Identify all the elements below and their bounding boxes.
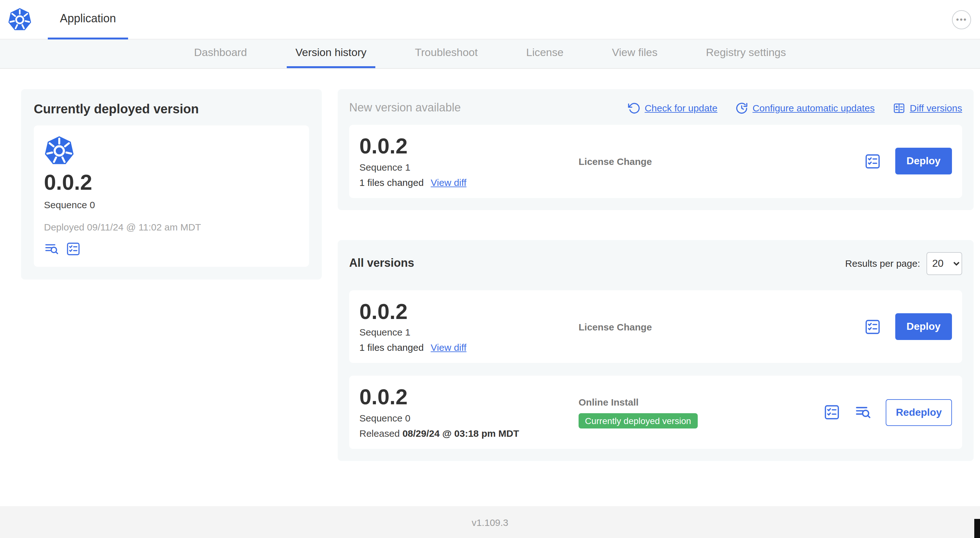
- version-rows: 0.0.2 Sequence 1 1 files changed View di…: [349, 290, 962, 449]
- release-files-changed: 1 files changed View diff: [360, 342, 579, 353]
- update-clock-icon: [735, 102, 748, 114]
- preflight-checklist-icon[interactable]: [823, 404, 840, 421]
- configure-automatic-updates-link[interactable]: Configure automatic updates: [735, 102, 875, 114]
- app-window: Application ●●● Dashboard Version histor…: [0, 0, 980, 538]
- view-logs-icon[interactable]: [854, 404, 872, 421]
- deploy-button[interactable]: Deploy: [895, 148, 952, 175]
- results-per-page-label: Results per page:: [845, 258, 920, 269]
- release-sequence: Sequence 0: [360, 413, 579, 424]
- release-actions: Deploy: [864, 148, 952, 175]
- tab-label: Version history: [295, 46, 366, 59]
- deployed-version-card: 0.0.2 Sequence 0 Deployed 09/11/24 @ 11:…: [34, 125, 309, 267]
- tab-label: Dashboard: [194, 46, 247, 59]
- tab-label: License: [526, 46, 563, 59]
- release-timestamp: Released 08/29/24 @ 03:18 pm MDT: [360, 428, 579, 439]
- deployed-timestamp: Deployed 09/11/24 @ 11:02 am MDT: [44, 221, 299, 232]
- ellipsis-menu-button[interactable]: ●●●: [952, 10, 971, 29]
- deployed-icon-row: [44, 241, 299, 256]
- update-actions: Check for update Configure automatic upd…: [627, 102, 962, 114]
- files-changed-text: 1 files changed: [360, 177, 424, 187]
- scrollbar-artifact: [974, 519, 980, 538]
- results-per-page-select[interactable]: 20: [926, 252, 962, 275]
- tab-label: View files: [612, 46, 657, 59]
- tab-registry-settings[interactable]: Registry settings: [697, 40, 795, 68]
- tab-dashboard[interactable]: Dashboard: [185, 40, 256, 68]
- link-label: Configure automatic updates: [752, 103, 875, 113]
- release-files-changed: 1 files changed View diff: [360, 177, 579, 187]
- view-diff-link[interactable]: View diff: [431, 342, 466, 353]
- all-versions-heading: All versions: [349, 257, 414, 270]
- deployed-version-number: 0.0.2: [44, 171, 299, 194]
- release-version-number: 0.0.2: [360, 386, 579, 409]
- results-per-page: Results per page: 20: [845, 252, 962, 275]
- release-source: License Change: [579, 321, 864, 332]
- deploy-button[interactable]: Deploy: [895, 313, 952, 340]
- currently-deployed-panel: Currently deployed version 0.0.2 Sequenc…: [21, 89, 322, 279]
- footer: v1.109.3: [0, 506, 980, 538]
- tab-label: Registry settings: [706, 46, 786, 59]
- release-source-block: License Change: [579, 321, 864, 332]
- release-info: 0.0.2 Sequence 1 1 files changed View di…: [360, 300, 579, 353]
- currently-deployed-badge: Currently deployed version: [579, 413, 697, 428]
- release-version-number: 0.0.2: [360, 300, 579, 323]
- all-versions-panel: All versions Results per page: 20 0.0.2 …: [338, 240, 974, 461]
- release-actions: Redeploy: [823, 399, 952, 425]
- release-sequence: Sequence 1: [360, 161, 579, 172]
- tab-version-history[interactable]: Version history: [286, 40, 375, 68]
- app-tab-label: Application: [60, 12, 116, 25]
- new-version-header: New version available Check for update C…: [349, 101, 962, 114]
- new-version-heading: New version available: [349, 101, 461, 114]
- version-row: 0.0.2 Sequence 1 1 files changed View di…: [349, 290, 962, 363]
- release-source-block: Online Install Currently deployed versio…: [579, 396, 823, 428]
- released-prefix: Released: [360, 428, 400, 439]
- tab-license[interactable]: License: [517, 40, 573, 68]
- preflight-checklist-icon[interactable]: [864, 318, 881, 335]
- admin-console-version: v1.109.3: [471, 517, 508, 527]
- check-for-update-link[interactable]: Check for update: [627, 102, 718, 114]
- diff-table-icon: [892, 102, 905, 114]
- tab-view-files[interactable]: View files: [603, 40, 667, 68]
- all-versions-header: All versions Results per page: 20: [349, 252, 962, 275]
- diff-versions-link[interactable]: Diff versions: [892, 102, 962, 114]
- new-version-panel: New version available Check for update C…: [338, 89, 974, 210]
- view-logs-icon[interactable]: [44, 241, 59, 256]
- files-changed-text: 1 files changed: [360, 342, 424, 353]
- redeploy-button[interactable]: Redeploy: [886, 399, 952, 425]
- right-column: New version available Check for update C…: [338, 89, 974, 461]
- secondary-nav: Dashboard Version history Troubleshoot L…: [0, 40, 980, 69]
- currently-deployed-heading: Currently deployed version: [34, 102, 309, 116]
- top-header: Application ●●●: [0, 0, 980, 40]
- kubernetes-logo-icon: [8, 7, 32, 32]
- new-version-release-row: 0.0.2 Sequence 1 1 files changed View di…: [349, 125, 962, 198]
- main-content: Currently deployed version 0.0.2 Sequenc…: [0, 69, 980, 506]
- tab-label: Troubleshoot: [415, 46, 477, 59]
- link-label: Diff versions: [910, 103, 962, 113]
- view-diff-link[interactable]: View diff: [431, 177, 466, 187]
- release-source: License Change: [579, 156, 864, 167]
- version-row: 0.0.2 Sequence 0 Released 08/29/24 @ 03:…: [349, 376, 962, 449]
- deployed-sequence: Sequence 0: [44, 199, 299, 210]
- release-actions: Deploy: [864, 313, 952, 340]
- tab-application[interactable]: Application: [48, 0, 128, 39]
- refresh-ccw-icon: [627, 102, 640, 114]
- release-version-number: 0.0.2: [360, 135, 579, 157]
- kubernetes-logo-icon: [44, 136, 75, 166]
- preflight-checklist-icon[interactable]: [66, 241, 81, 256]
- preflight-checklist-icon[interactable]: [864, 153, 881, 170]
- ellipsis-icon: ●●●: [956, 17, 967, 22]
- release-source-block: License Change: [579, 156, 864, 167]
- release-sequence: Sequence 1: [360, 327, 579, 338]
- release-source: Online Install: [579, 396, 823, 407]
- tab-troubleshoot[interactable]: Troubleshoot: [406, 40, 487, 68]
- released-date: 08/29/24 @ 03:18 pm MDT: [402, 428, 519, 439]
- release-info: 0.0.2 Sequence 0 Released 08/29/24 @ 03:…: [360, 386, 579, 439]
- link-label: Check for update: [644, 103, 718, 113]
- release-info: 0.0.2 Sequence 1 1 files changed View di…: [360, 135, 579, 187]
